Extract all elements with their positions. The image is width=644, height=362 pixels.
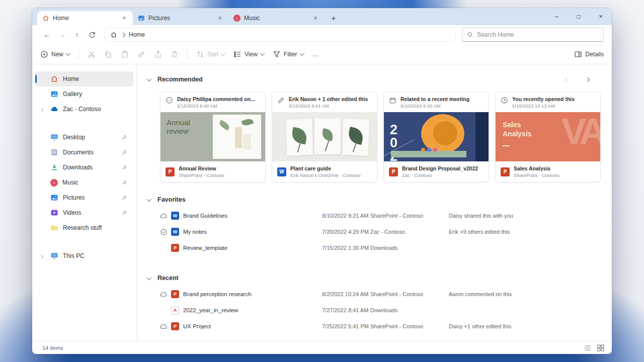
favorites-header[interactable]: Favorites (147, 196, 602, 203)
sidebar-item-videos[interactable]: Videos (35, 205, 133, 220)
sidebar-item-this-pc[interactable]: This PC (35, 248, 133, 263)
file-location: Zac - Contoso (370, 229, 449, 235)
tab-bar: Home × Pictures × ♪ Music × + – □ × (32, 8, 612, 25)
details-button[interactable]: Details (574, 50, 604, 58)
tab-close-button[interactable]: × (120, 14, 129, 23)
tab-home[interactable]: Home × (37, 11, 133, 25)
chevron-right-icon (40, 108, 43, 112)
file-row[interactable]: P Review_template 7/15/2022 1:30 PM Down… (160, 240, 602, 256)
recommended-card[interactable]: Erik Nason + 1 other edited this 5/15/20… (272, 92, 377, 183)
file-name: 2022_year_in_review (183, 307, 322, 313)
tab-pictures[interactable]: Pictures × (133, 11, 228, 25)
share-button[interactable] (154, 50, 162, 58)
pin-icon (120, 149, 128, 155)
close-button[interactable]: × (590, 8, 612, 25)
tab-music[interactable]: ♪ Music × (228, 11, 324, 25)
file-activity: Erik +9 others edited this (449, 229, 602, 235)
new-button[interactable]: New (40, 50, 70, 58)
desktop-icon (50, 133, 58, 141)
file-row[interactable]: A 2022_year_in_review 7/27/2022 8:41 AM … (160, 302, 602, 318)
more-options-button[interactable]: … (312, 51, 318, 58)
new-tab-button[interactable]: + (327, 11, 340, 24)
recommended-header[interactable]: Recommended (147, 76, 602, 83)
tab-label: Pictures (148, 15, 212, 22)
recent-section: Recent P Brand perception research 8/2/2… (147, 275, 602, 334)
refresh-button[interactable] (85, 27, 100, 42)
clock-icon (501, 97, 508, 104)
chevron-right-icon (121, 32, 126, 37)
back-button[interactable]: ← (39, 27, 54, 42)
card-activity: Erik Nason + 1 other edited this (289, 96, 368, 102)
search-input[interactable] (477, 31, 599, 38)
recent-header[interactable]: Recent (147, 275, 602, 282)
sidebar-item-label: Desktop (63, 134, 85, 141)
chevron-right-icon (40, 255, 43, 258)
chevron-down-icon (147, 275, 152, 280)
sidebar-item-desktop[interactable]: Desktop (35, 130, 133, 145)
thumbnail-text: Sales Analysis (503, 120, 548, 146)
status-bar: 14 items (32, 341, 612, 354)
sidebar-item-gallery[interactable]: Gallery (35, 86, 133, 102)
sidebar-item-onedrive[interactable]: Zac - Contoso (35, 102, 133, 117)
file-row[interactable]: P Brand perception research 8/2/2022 10:… (160, 286, 602, 302)
sidebar-item-downloads[interactable]: Downloads (35, 160, 133, 175)
powerpoint-file-icon: P (389, 167, 398, 176)
sidebar-item-music[interactable]: ♪ Music (35, 175, 133, 190)
list-view-toggle[interactable] (584, 344, 592, 352)
carousel-next-button[interactable] (584, 76, 591, 83)
view-button[interactable]: View (233, 50, 264, 58)
file-date: 7/25/2022 5:41 PM (322, 323, 370, 329)
card-file-location: SharePoint - Contoso (514, 172, 559, 178)
card-thumbnail: VA Sales Analysis (496, 112, 600, 161)
downloads-icon (50, 163, 58, 171)
file-activity: Aaron commented on this (449, 291, 602, 297)
rename-button[interactable] (137, 50, 145, 58)
tab-close-button[interactable]: × (311, 14, 320, 23)
copy-button[interactable] (104, 50, 112, 58)
sidebar-item-documents[interactable]: Documents (35, 145, 133, 160)
synced-status-icon (160, 228, 168, 236)
delete-button[interactable] (171, 50, 179, 58)
comment-icon (166, 97, 173, 104)
paste-button[interactable] (121, 50, 129, 58)
section-title: Recommended (157, 76, 203, 83)
up-button[interactable]: ↑ (69, 27, 85, 42)
cloud-status-icon (160, 212, 168, 220)
minimize-button[interactable]: – (545, 8, 568, 25)
card-file-name: Plant care guide (290, 165, 361, 171)
onedrive-cloud-icon (50, 105, 58, 113)
breadcrumb[interactable]: Home (105, 28, 456, 42)
forward-button[interactable]: → (54, 27, 69, 42)
pictures-icon (50, 194, 58, 202)
file-row[interactable]: W My notes 7/20/2022 4:29 PM Zac - Conto… (160, 224, 602, 240)
maximize-button[interactable]: □ (568, 8, 590, 25)
file-row[interactable]: W Brand Guidelines 8/10/2022 9:21 AM Sha… (160, 208, 602, 224)
recommended-card[interactable]: Related to a recent meeting 5/10/2023 8:… (383, 92, 489, 183)
sidebar-item-research-stuff[interactable]: Research stuff (35, 220, 133, 235)
sidebar-item-label: Pictures (63, 194, 85, 201)
filter-button[interactable]: Filter (273, 50, 304, 58)
large-icons-view-toggle[interactable] (597, 344, 605, 352)
tab-close-button[interactable]: × (215, 14, 224, 23)
sort-button[interactable]: Sort (196, 50, 225, 58)
folder-icon (50, 224, 58, 232)
sidebar-item-home[interactable]: Home (35, 71, 133, 86)
search-box[interactable] (462, 28, 604, 42)
carousel-prev-button[interactable] (564, 76, 571, 83)
home-icon (42, 15, 49, 22)
pin-icon (120, 164, 128, 170)
sidebar-item-label: Gallery (63, 90, 82, 98)
chevron-down-icon (147, 197, 152, 202)
recommended-card[interactable]: You recently opened this 5/15/2023 10:12… (495, 92, 601, 183)
card-file-location: SharePoint - Contoso (179, 172, 224, 178)
card-file-name: Sales Analysis (514, 165, 559, 171)
file-row[interactable]: P UX Project 7/25/2022 5:41 PM SharePoin… (160, 318, 602, 334)
refresh-icon (88, 31, 96, 39)
sidebar-item-pictures[interactable]: Pictures (35, 190, 133, 205)
details-pane-icon (574, 50, 582, 58)
view-icon (233, 50, 242, 58)
recommended-card[interactable]: Daisy Phillipa commented on… 5/15/2023 8… (160, 92, 266, 183)
calendar-icon (389, 97, 396, 104)
cut-button[interactable] (88, 50, 96, 58)
paste-icon (121, 50, 129, 58)
